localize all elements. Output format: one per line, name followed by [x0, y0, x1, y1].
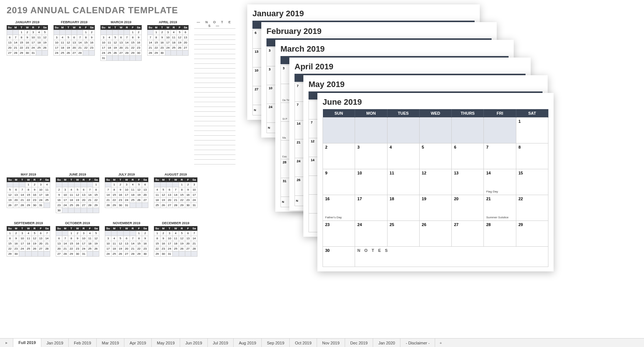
- june-day-cell[interactable]: 16Father's Day: [323, 195, 355, 221]
- sheet-tab[interactable]: Jun 2019: [180, 339, 207, 347]
- note-line[interactable]: [194, 112, 235, 117]
- add-sheet-button[interactable]: +: [435, 339, 446, 347]
- note-line[interactable]: [194, 107, 235, 112]
- sheet-tab[interactable]: Apr 2019: [124, 339, 152, 347]
- june-day-cell[interactable]: [387, 118, 419, 143]
- june-day-cell[interactable]: 21Summer Solstice: [484, 195, 516, 221]
- sheet-tab[interactable]: Jan 2020: [373, 339, 400, 347]
- sheet-tab[interactable]: Mar 2019: [97, 339, 124, 347]
- june-day-cell[interactable]: 13: [452, 169, 484, 195]
- june-day-cell[interactable]: [355, 118, 387, 143]
- note-line[interactable]: [194, 40, 235, 45]
- june-day-cell[interactable]: 15: [516, 169, 548, 195]
- june-day-cell[interactable]: 2: [323, 143, 355, 169]
- note-line[interactable]: [194, 140, 235, 145]
- mini-day-cell: 12: [93, 236, 99, 241]
- june-day-cell[interactable]: [452, 118, 484, 143]
- note-line[interactable]: [194, 78, 235, 83]
- note-line[interactable]: [194, 136, 235, 140]
- note-line[interactable]: [194, 145, 235, 150]
- june-day-cell[interactable]: 28: [484, 221, 516, 247]
- note-line[interactable]: [194, 155, 235, 160]
- note-line[interactable]: [194, 73, 235, 78]
- mini-day-cell: 25: [36, 45, 42, 51]
- mini-day-cell: 18: [111, 246, 117, 251]
- sheet-tab[interactable]: Sep 2019: [262, 339, 290, 347]
- june-day-cell[interactable]: 12: [419, 169, 451, 195]
- note-line[interactable]: [194, 69, 235, 73]
- june-day-cell[interactable]: 8: [516, 143, 548, 169]
- june-day-cell[interactable]: 3: [355, 143, 387, 169]
- note-line[interactable]: [194, 64, 235, 69]
- june-day-cell[interactable]: 9: [323, 169, 355, 195]
- june-day-cell[interactable]: [419, 118, 451, 143]
- june-day-cell[interactable]: 29: [516, 221, 548, 247]
- june-day-cell[interactable]: 6: [452, 143, 484, 169]
- mini-day-cell: 26: [75, 203, 81, 208]
- note-line[interactable]: [194, 121, 235, 126]
- mini-day-cell: [13, 30, 18, 35]
- note-line[interactable]: [194, 102, 235, 107]
- sheet-tab[interactable]: Nov 2019: [317, 339, 345, 347]
- note-line[interactable]: [194, 126, 235, 131]
- june-day-cell[interactable]: [323, 118, 355, 143]
- note-line[interactable]: [194, 160, 235, 164]
- june-day-cell[interactable]: [484, 118, 516, 143]
- mini-day-cell: [56, 182, 62, 187]
- sheet-tab[interactable]: Dec 2019: [345, 339, 373, 347]
- june-day-cell[interactable]: 7: [484, 143, 516, 169]
- sheet-tab[interactable]: Feb 2019: [69, 339, 96, 347]
- tab-scroll-handle[interactable]: ▸: [0, 339, 13, 347]
- mini-day-cell: [112, 30, 118, 35]
- note-line[interactable]: [194, 93, 235, 97]
- sheet-tab[interactable]: Full 2019: [13, 339, 41, 347]
- note-line[interactable]: [194, 117, 235, 121]
- note-line[interactable]: [194, 97, 235, 102]
- mini-day-cell: 6: [13, 187, 19, 192]
- june-day-cell[interactable]: 30: [323, 247, 355, 267]
- mini-day-cell: 15: [7, 241, 13, 246]
- sheet-tab[interactable]: May 2019: [152, 339, 180, 347]
- june-day-cell[interactable]: 10: [355, 169, 387, 195]
- mini-day-cell: 31: [191, 203, 197, 208]
- note-line[interactable]: [194, 54, 235, 59]
- mini-day-cell: 2: [185, 182, 191, 187]
- june-day-cell[interactable]: 14Flag Day: [484, 169, 516, 195]
- note-line[interactable]: [194, 30, 235, 35]
- mini-day-header: T: [19, 226, 25, 231]
- june-day-cell[interactable]: 11: [387, 169, 419, 195]
- june-day-cell[interactable]: 20: [452, 195, 484, 221]
- sheet-tab[interactable]: Oct 2019: [290, 339, 317, 347]
- mini-month-title: JULY 2019: [105, 173, 148, 176]
- sheet-tab[interactable]: - Disclaimer -: [400, 339, 435, 347]
- sheet-tab[interactable]: Jul 2019: [208, 339, 234, 347]
- mini-day-cell: 6: [80, 187, 87, 192]
- sheet-tab[interactable]: Aug 2019: [234, 339, 262, 347]
- june-day-cell[interactable]: 23: [323, 221, 355, 247]
- june-day-cell[interactable]: 4: [387, 143, 419, 169]
- note-line[interactable]: [194, 150, 235, 155]
- note-line[interactable]: [194, 131, 235, 136]
- june-day-cell[interactable]: 24: [355, 221, 387, 247]
- june-notes-area[interactable]: N O T E S: [355, 247, 548, 267]
- june-day-cell[interactable]: 26: [419, 221, 451, 247]
- mini-day-cell: [68, 182, 75, 187]
- sheet-tab[interactable]: Jan 2019: [41, 339, 69, 347]
- note-line[interactable]: [194, 83, 235, 88]
- june-day-cell[interactable]: 22: [516, 195, 548, 221]
- mini-day-cell: 22: [68, 246, 75, 251]
- june-day-cell[interactable]: 1: [516, 118, 548, 143]
- june-day-cell[interactable]: 19: [419, 195, 451, 221]
- mini-day-cell: 23: [142, 246, 148, 251]
- note-line[interactable]: [194, 49, 235, 54]
- june-day-cell[interactable]: 17: [355, 195, 387, 221]
- june-day-cell[interactable]: 25: [387, 221, 419, 247]
- note-line[interactable]: [194, 59, 235, 64]
- note-line[interactable]: [194, 35, 235, 40]
- june-day-cell[interactable]: 27: [452, 221, 484, 247]
- june-day-cell[interactable]: 18: [387, 195, 419, 221]
- note-line[interactable]: [194, 88, 235, 93]
- mini-day-header: F: [83, 25, 89, 30]
- june-day-cell[interactable]: 5: [419, 143, 451, 169]
- note-line[interactable]: [194, 45, 235, 49]
